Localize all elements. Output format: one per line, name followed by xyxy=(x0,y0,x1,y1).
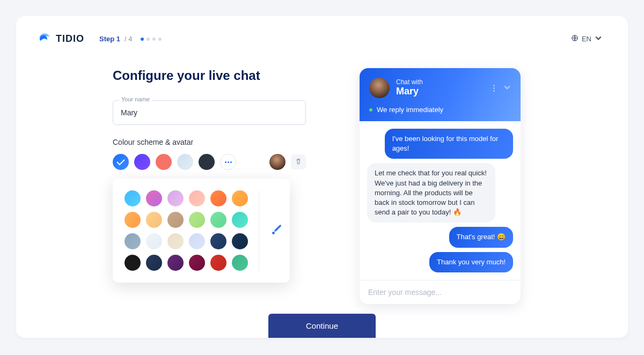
palette-swatch-15[interactable] xyxy=(189,233,205,249)
brand-name: TIDIO xyxy=(56,33,84,45)
brush-icon xyxy=(270,223,284,239)
palette-swatch-5[interactable] xyxy=(232,190,248,206)
step-dot-3 xyxy=(152,38,156,41)
svg-point-1 xyxy=(272,232,275,234)
palette-swatch-23[interactable] xyxy=(232,255,248,271)
palette-grid xyxy=(125,190,248,271)
globe-icon xyxy=(571,34,579,43)
step-total: / 4 xyxy=(125,35,132,43)
chat-message-3: Thank you very much! xyxy=(429,252,513,272)
chat-menu-button[interactable] xyxy=(493,85,495,92)
palette-swatch-9[interactable] xyxy=(189,212,205,228)
status-dot-icon xyxy=(369,108,372,112)
chat-avatar xyxy=(369,78,390,98)
chat-preview: Chat with Mary We reply immediately xyxy=(360,68,521,304)
logo-icon xyxy=(38,32,53,47)
step-dot-1 xyxy=(141,38,144,41)
name-input[interactable] xyxy=(113,100,306,125)
logo: TIDIO xyxy=(38,32,84,47)
page-title: Configure your live chat xyxy=(113,68,306,83)
palette-swatch-11[interactable] xyxy=(232,212,248,228)
palette-swatch-16[interactable] xyxy=(210,233,226,249)
name-field-label: Your name xyxy=(119,96,152,102)
colour-swatch-0[interactable] xyxy=(113,154,129,170)
delete-avatar-button[interactable] xyxy=(291,154,306,169)
more-colours-button[interactable] xyxy=(220,154,236,170)
chat-with-label: Chat with xyxy=(396,78,423,86)
palette-swatch-12[interactable] xyxy=(125,233,141,249)
palette-swatch-17[interactable] xyxy=(232,233,248,249)
colour-swatch-3[interactable] xyxy=(177,154,193,170)
chat-input[interactable]: Enter your message... xyxy=(360,280,521,304)
language-selector[interactable]: EN xyxy=(567,31,606,47)
palette-swatch-6[interactable] xyxy=(125,212,141,228)
primary-swatch-row xyxy=(113,154,306,170)
content: Configure your live chat Your name Colou… xyxy=(38,47,606,304)
chat-message-2: That's great! 😄 xyxy=(449,227,513,247)
palette-swatch-13[interactable] xyxy=(146,233,162,249)
colour-palette-popover xyxy=(113,179,290,283)
chat-widget: Chat with Mary We reply immediately xyxy=(360,68,521,304)
setup-card: TIDIO Step 1 / 4 EN xyxy=(16,16,628,338)
colour-swatch-4[interactable] xyxy=(199,154,215,170)
language-code: EN xyxy=(582,35,591,43)
continue-button[interactable]: Continue xyxy=(268,314,376,338)
palette-swatch-4[interactable] xyxy=(210,190,226,206)
trash-icon xyxy=(295,157,302,167)
palette-swatch-18[interactable] xyxy=(125,255,141,271)
name-field-wrap: Your name xyxy=(113,100,306,125)
chat-status: We reply immediately xyxy=(369,106,511,114)
palette-swatch-8[interactable] xyxy=(167,212,184,228)
step-dots xyxy=(141,38,162,41)
dots-icon xyxy=(225,161,232,163)
step-dot-2 xyxy=(147,38,150,41)
colour-swatch-2[interactable] xyxy=(156,154,172,170)
chat-message-1: Let me check that for you real quick! We… xyxy=(367,163,495,223)
chevron-down-icon xyxy=(595,34,602,43)
palette-swatch-0[interactable] xyxy=(125,190,141,206)
colour-label: Colour scheme & avatar xyxy=(113,138,306,146)
palette-swatch-20[interactable] xyxy=(167,255,184,271)
palette-swatch-21[interactable] xyxy=(189,255,205,271)
step-label: Step 1 xyxy=(99,35,120,43)
chat-message-0: I've been looking for this model for age… xyxy=(385,129,513,159)
palette-swatch-14[interactable] xyxy=(167,233,184,249)
chat-minimize-button[interactable] xyxy=(503,84,511,93)
palette-swatch-22[interactable] xyxy=(210,255,226,271)
palette-swatch-1[interactable] xyxy=(146,190,162,206)
step-indicator: Step 1 / 4 xyxy=(99,35,162,43)
chat-header: Chat with Mary We reply immediately xyxy=(360,68,521,121)
step-dot-4 xyxy=(158,38,162,41)
colour-swatch-1[interactable] xyxy=(134,154,150,170)
avatar-thumbnail[interactable] xyxy=(269,154,286,170)
top-bar: TIDIO Step 1 / 4 EN xyxy=(38,31,606,47)
chat-controls xyxy=(493,84,511,93)
chat-body: I've been looking for this model for age… xyxy=(360,121,521,280)
palette-swatch-10[interactable] xyxy=(210,212,226,228)
config-panel: Configure your live chat Your name Colou… xyxy=(113,68,306,304)
chat-status-text: We reply immediately xyxy=(377,106,443,114)
custom-colour-button[interactable] xyxy=(259,190,284,271)
chat-operator-name: Mary xyxy=(396,86,423,98)
top-left: TIDIO Step 1 / 4 xyxy=(38,32,162,47)
palette-swatch-3[interactable] xyxy=(189,190,205,206)
palette-swatch-19[interactable] xyxy=(146,255,162,271)
palette-swatch-7[interactable] xyxy=(146,212,162,228)
palette-swatch-2[interactable] xyxy=(167,190,184,206)
